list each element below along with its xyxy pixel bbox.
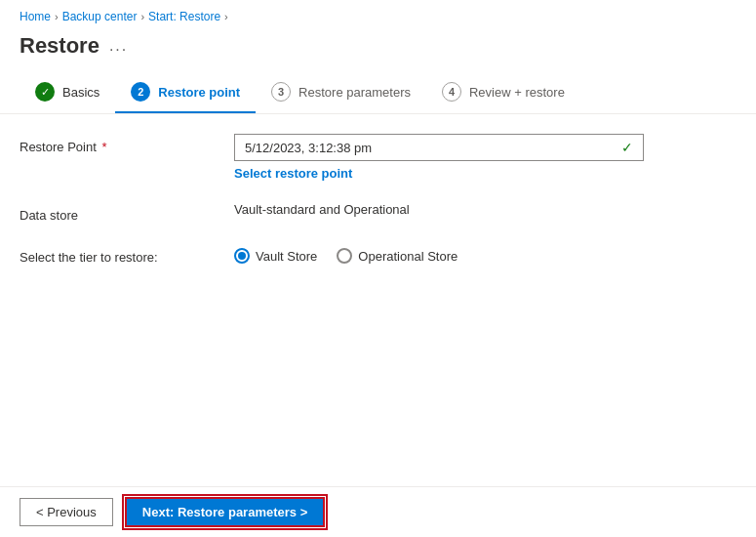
restore-point-required: * <box>99 140 107 154</box>
tier-radio-group: Vault Store Operational Store <box>234 244 736 264</box>
tab-restore-parameters-label: Restore parameters <box>298 85 411 100</box>
breadcrumb-start-restore[interactable]: Start: Restore <box>148 10 220 23</box>
tier-vault-store-radio-icon <box>234 248 250 264</box>
previous-button[interactable]: < Previous <box>20 498 113 526</box>
tab-review-restore-label: Review + restore <box>469 85 565 100</box>
tab-basics[interactable]: ✓ Basics <box>20 72 115 113</box>
restore-point-control: 5/12/2023, 3:12:38 pm ✓ Select restore p… <box>234 134 736 181</box>
data-store-row: Data store Vault-standard and Operationa… <box>20 202 736 223</box>
restore-point-value: 5/12/2023, 3:12:38 pm <box>245 141 372 155</box>
tier-row: Select the tier to restore: Vault Store … <box>20 244 736 265</box>
tier-vault-store-option[interactable]: Vault Store <box>234 248 317 264</box>
tab-restore-point-label: Restore point <box>158 85 240 100</box>
tier-label: Select the tier to restore: <box>20 244 234 265</box>
restore-point-check-icon: ✓ <box>621 140 633 155</box>
breadcrumb-sep-1: › <box>55 11 59 22</box>
breadcrumb: Home › Backup center › Start: Restore › <box>0 0 756 29</box>
breadcrumb-sep-3: › <box>224 11 228 22</box>
tab-restore-parameters[interactable]: 3 Restore parameters <box>256 72 426 113</box>
tier-operational-store-label: Operational Store <box>358 249 458 264</box>
tier-operational-store-radio-icon <box>337 248 352 264</box>
tab-review-restore-badge: 4 <box>442 82 461 102</box>
restore-point-label: Restore Point * <box>20 134 234 154</box>
tabs-bar: ✓ Basics 2 Restore point 3 Restore param… <box>0 72 756 114</box>
tier-control: Vault Store Operational Store <box>234 244 736 264</box>
tier-vault-store-label: Vault Store <box>256 249 317 264</box>
page-header: Restore ... <box>0 29 756 72</box>
form-body: Restore Point * 5/12/2023, 3:12:38 pm ✓ … <box>0 134 756 265</box>
data-store-control: Vault-standard and Operational <box>234 202 736 217</box>
tab-basics-label: Basics <box>62 85 99 100</box>
restore-point-row: Restore Point * 5/12/2023, 3:12:38 pm ✓ … <box>20 134 736 181</box>
restore-point-input[interactable]: 5/12/2023, 3:12:38 pm ✓ <box>234 134 644 161</box>
page-title: Restore <box>20 33 99 59</box>
select-restore-point-link[interactable]: Select restore point <box>234 166 736 181</box>
breadcrumb-backup-center[interactable]: Backup center <box>62 10 138 23</box>
page-more-button[interactable]: ... <box>109 37 128 55</box>
tab-restore-point-badge: 2 <box>131 82 150 102</box>
tab-review-restore[interactable]: 4 Review + restore <box>426 72 580 113</box>
tab-restore-parameters-badge: 3 <box>271 82 291 102</box>
tier-operational-store-option[interactable]: Operational Store <box>337 248 458 264</box>
tab-basics-check-icon: ✓ <box>35 82 55 102</box>
tab-restore-point[interactable]: 2 Restore point <box>115 72 256 113</box>
breadcrumb-sep-2: › <box>140 11 144 22</box>
footer-bar: < Previous Next: Restore parameters > <box>0 486 756 537</box>
data-store-label: Data store <box>20 202 234 223</box>
data-store-value: Vault-standard and Operational <box>234 196 410 217</box>
next-button[interactable]: Next: Restore parameters > <box>125 497 325 527</box>
breadcrumb-home[interactable]: Home <box>20 10 51 23</box>
